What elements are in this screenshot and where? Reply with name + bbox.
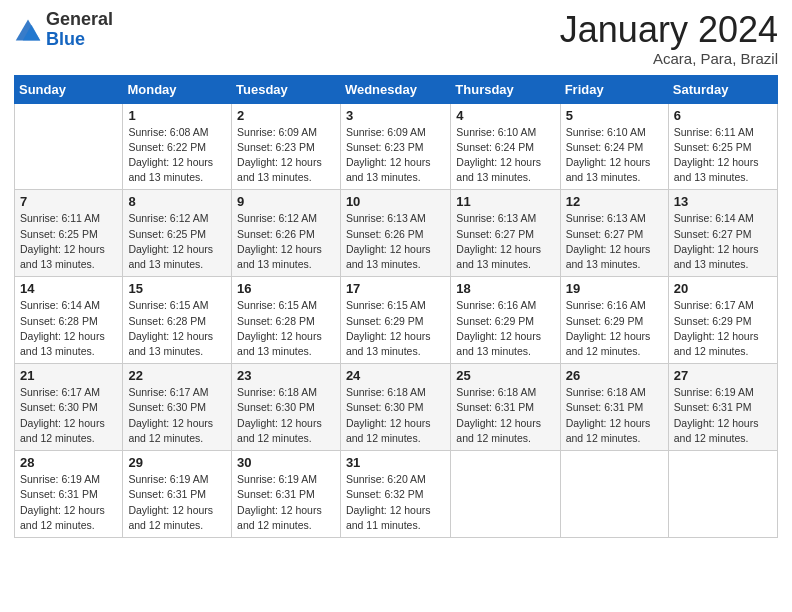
day-detail: Sunrise: 6:11 AMSunset: 6:25 PMDaylight:…	[20, 211, 117, 272]
calendar-cell-w2-d0: 14Sunrise: 6:14 AMSunset: 6:28 PMDayligh…	[15, 277, 123, 364]
day-detail: Sunrise: 6:12 AMSunset: 6:26 PMDaylight:…	[237, 211, 335, 272]
day-detail: Sunrise: 6:19 AMSunset: 6:31 PMDaylight:…	[674, 385, 772, 446]
sunrise-text: Sunrise: 6:10 AM	[566, 126, 646, 138]
day-number: 26	[566, 368, 663, 383]
logo-text: General Blue	[46, 10, 113, 50]
sunrise-text: Sunrise: 6:10 AM	[456, 126, 536, 138]
calendar-cell-w0-d2: 2Sunrise: 6:09 AMSunset: 6:23 PMDaylight…	[232, 103, 341, 190]
calendar-cell-w2-d4: 18Sunrise: 6:16 AMSunset: 6:29 PMDayligh…	[451, 277, 560, 364]
calendar-cell-w3-d2: 23Sunrise: 6:18 AMSunset: 6:30 PMDayligh…	[232, 364, 341, 451]
calendar-cell-w3-d6: 27Sunrise: 6:19 AMSunset: 6:31 PMDayligh…	[668, 364, 777, 451]
day-number: 31	[346, 455, 445, 470]
daylight-text: Daylight: 12 hours and 13 minutes.	[346, 243, 431, 270]
sunset-text: Sunset: 6:23 PM	[237, 141, 315, 153]
daylight-text: Daylight: 12 hours and 13 minutes.	[674, 156, 759, 183]
sunset-text: Sunset: 6:31 PM	[566, 401, 644, 413]
day-detail: Sunrise: 6:19 AMSunset: 6:31 PMDaylight:…	[20, 472, 117, 533]
sunrise-text: Sunrise: 6:14 AM	[674, 212, 754, 224]
day-detail: Sunrise: 6:18 AMSunset: 6:30 PMDaylight:…	[346, 385, 445, 446]
calendar-cell-w1-d6: 13Sunrise: 6:14 AMSunset: 6:27 PMDayligh…	[668, 190, 777, 277]
day-detail: Sunrise: 6:12 AMSunset: 6:25 PMDaylight:…	[128, 211, 226, 272]
day-number: 27	[674, 368, 772, 383]
sunset-text: Sunset: 6:22 PM	[128, 141, 206, 153]
calendar-cell-w2-d3: 17Sunrise: 6:15 AMSunset: 6:29 PMDayligh…	[340, 277, 450, 364]
daylight-text: Daylight: 12 hours and 13 minutes.	[20, 243, 105, 270]
day-detail: Sunrise: 6:15 AMSunset: 6:28 PMDaylight:…	[128, 298, 226, 359]
day-number: 17	[346, 281, 445, 296]
sunrise-text: Sunrise: 6:19 AM	[237, 473, 317, 485]
sunrise-text: Sunrise: 6:17 AM	[20, 386, 100, 398]
calendar-cell-w4-d1: 29Sunrise: 6:19 AMSunset: 6:31 PMDayligh…	[123, 451, 232, 538]
sunrise-text: Sunrise: 6:19 AM	[20, 473, 100, 485]
day-detail: Sunrise: 6:10 AMSunset: 6:24 PMDaylight:…	[566, 125, 663, 186]
calendar-cell-w4-d0: 28Sunrise: 6:19 AMSunset: 6:31 PMDayligh…	[15, 451, 123, 538]
calendar-week-1: 7Sunrise: 6:11 AMSunset: 6:25 PMDaylight…	[15, 190, 778, 277]
header-monday: Monday	[123, 75, 232, 103]
sunrise-text: Sunrise: 6:13 AM	[346, 212, 426, 224]
calendar-week-0: 1Sunrise: 6:08 AMSunset: 6:22 PMDaylight…	[15, 103, 778, 190]
daylight-text: Daylight: 12 hours and 12 minutes.	[566, 330, 651, 357]
calendar-cell-w1-d5: 12Sunrise: 6:13 AMSunset: 6:27 PMDayligh…	[560, 190, 668, 277]
day-number: 24	[346, 368, 445, 383]
calendar-cell-w2-d5: 19Sunrise: 6:16 AMSunset: 6:29 PMDayligh…	[560, 277, 668, 364]
sunrise-text: Sunrise: 6:09 AM	[237, 126, 317, 138]
calendar-cell-w1-d4: 11Sunrise: 6:13 AMSunset: 6:27 PMDayligh…	[451, 190, 560, 277]
daylight-text: Daylight: 12 hours and 12 minutes.	[674, 417, 759, 444]
sunrise-text: Sunrise: 6:19 AM	[674, 386, 754, 398]
sunset-text: Sunset: 6:25 PM	[674, 141, 752, 153]
calendar-cell-w0-d1: 1Sunrise: 6:08 AMSunset: 6:22 PMDaylight…	[123, 103, 232, 190]
title-location: Acara, Para, Brazil	[560, 50, 778, 67]
day-detail: Sunrise: 6:18 AMSunset: 6:31 PMDaylight:…	[456, 385, 554, 446]
sunset-text: Sunset: 6:26 PM	[346, 228, 424, 240]
calendar-week-4: 28Sunrise: 6:19 AMSunset: 6:31 PMDayligh…	[15, 451, 778, 538]
calendar-cell-w4-d3: 31Sunrise: 6:20 AMSunset: 6:32 PMDayligh…	[340, 451, 450, 538]
calendar-body: 1Sunrise: 6:08 AMSunset: 6:22 PMDaylight…	[15, 103, 778, 537]
daylight-text: Daylight: 12 hours and 12 minutes.	[237, 504, 322, 531]
header-sunday: Sunday	[15, 75, 123, 103]
daylight-text: Daylight: 12 hours and 13 minutes.	[456, 243, 541, 270]
sunset-text: Sunset: 6:28 PM	[128, 315, 206, 327]
calendar-cell-w4-d5	[560, 451, 668, 538]
sunset-text: Sunset: 6:30 PM	[20, 401, 98, 413]
day-detail: Sunrise: 6:16 AMSunset: 6:29 PMDaylight:…	[456, 298, 554, 359]
logo-general-text: General	[46, 10, 113, 30]
header-tuesday: Tuesday	[232, 75, 341, 103]
sunrise-text: Sunrise: 6:11 AM	[674, 126, 754, 138]
sunrise-text: Sunrise: 6:08 AM	[128, 126, 208, 138]
calendar-cell-w3-d5: 26Sunrise: 6:18 AMSunset: 6:31 PMDayligh…	[560, 364, 668, 451]
sunset-text: Sunset: 6:29 PM	[456, 315, 534, 327]
sunset-text: Sunset: 6:31 PM	[128, 488, 206, 500]
logo: General Blue	[14, 10, 113, 50]
day-detail: Sunrise: 6:17 AMSunset: 6:30 PMDaylight:…	[20, 385, 117, 446]
day-detail: Sunrise: 6:10 AMSunset: 6:24 PMDaylight:…	[456, 125, 554, 186]
calendar-cell-w4-d4	[451, 451, 560, 538]
day-number: 20	[674, 281, 772, 296]
day-detail: Sunrise: 6:09 AMSunset: 6:23 PMDaylight:…	[237, 125, 335, 186]
daylight-text: Daylight: 12 hours and 13 minutes.	[128, 243, 213, 270]
day-number: 19	[566, 281, 663, 296]
calendar-week-3: 21Sunrise: 6:17 AMSunset: 6:30 PMDayligh…	[15, 364, 778, 451]
day-number: 11	[456, 194, 554, 209]
daylight-text: Daylight: 12 hours and 11 minutes.	[346, 504, 431, 531]
header-thursday: Thursday	[451, 75, 560, 103]
sunset-text: Sunset: 6:30 PM	[237, 401, 315, 413]
header-row: Sunday Monday Tuesday Wednesday Thursday…	[15, 75, 778, 103]
day-number: 22	[128, 368, 226, 383]
day-number: 18	[456, 281, 554, 296]
day-number: 2	[237, 108, 335, 123]
day-detail: Sunrise: 6:14 AMSunset: 6:28 PMDaylight:…	[20, 298, 117, 359]
daylight-text: Daylight: 12 hours and 12 minutes.	[566, 417, 651, 444]
sunrise-text: Sunrise: 6:18 AM	[237, 386, 317, 398]
daylight-text: Daylight: 12 hours and 13 minutes.	[20, 330, 105, 357]
daylight-text: Daylight: 12 hours and 13 minutes.	[346, 156, 431, 183]
sunset-text: Sunset: 6:26 PM	[237, 228, 315, 240]
day-number: 25	[456, 368, 554, 383]
daylight-text: Daylight: 12 hours and 13 minutes.	[128, 156, 213, 183]
day-number: 6	[674, 108, 772, 123]
sunset-text: Sunset: 6:30 PM	[346, 401, 424, 413]
day-detail: Sunrise: 6:18 AMSunset: 6:30 PMDaylight:…	[237, 385, 335, 446]
sunrise-text: Sunrise: 6:14 AM	[20, 299, 100, 311]
sunset-text: Sunset: 6:23 PM	[346, 141, 424, 153]
sunset-text: Sunset: 6:31 PM	[456, 401, 534, 413]
title-month: January 2024	[560, 10, 778, 50]
